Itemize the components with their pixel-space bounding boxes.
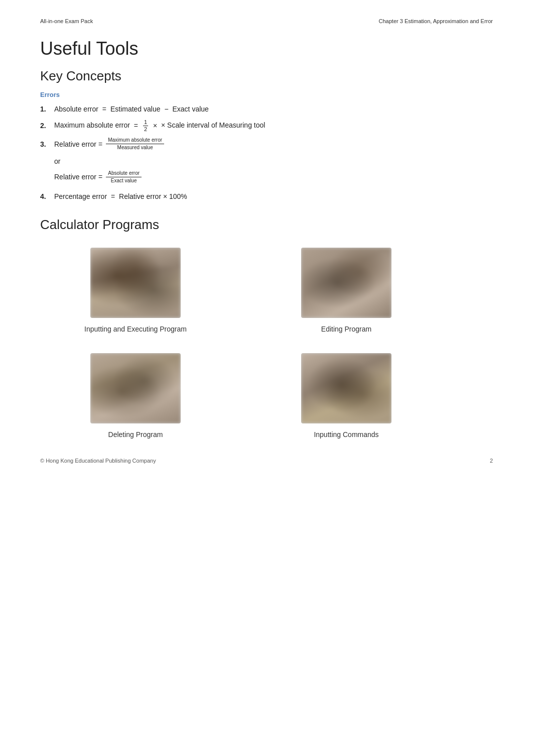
list-number-2: 2. <box>40 120 54 131</box>
abs-error-formula: Estimated value <box>110 105 161 113</box>
list-item-2: 2. Maximum absolute error = 1 2 × × Scal… <box>40 120 493 132</box>
list-content-1: Absolute error = Estimated value − Exact… <box>54 103 493 115</box>
relative-error-fraction-1: Maximum absolute error Measured value <box>106 137 164 151</box>
program-image-inner-4 <box>301 353 391 423</box>
fraction-denominator: 2 <box>143 126 148 132</box>
program-item-1: Inputting and Executing Program <box>40 248 231 333</box>
fraction-numerator: 1 <box>143 120 148 126</box>
program-image-inner-2 <box>301 248 391 318</box>
list-item-3: 3. Relative error = Maximum absolute err… <box>40 137 493 185</box>
max-abs-error-label: Maximum absolute error <box>54 122 130 130</box>
program-label-1: Inputting and Executing Program <box>84 325 187 333</box>
equals-3b: = <box>98 171 102 182</box>
list-number-3: 3. <box>40 139 54 150</box>
errors-list: 1. Absolute error = Estimated value − Ex… <box>40 103 493 202</box>
times-2: × <box>153 122 157 130</box>
minus-1: − <box>164 105 170 113</box>
program-item-3: Deleting Program <box>40 353 231 439</box>
list-item-1: 1. Absolute error = Estimated value − Ex… <box>40 103 493 115</box>
equals-1: = <box>102 105 106 113</box>
relative-error-line-2: Relative error = Absolute error Exact va… <box>54 170 143 184</box>
relative-error-label-2: Relative error <box>54 171 96 182</box>
list-content-4: Percentage error = Relative error × 100% <box>54 191 493 202</box>
relative-error-label: Relative error <box>54 139 96 150</box>
footer-left: © Hong Kong Educational Publishing Compa… <box>40 458 156 464</box>
list-number-4: 4. <box>40 191 54 202</box>
errors-label: Errors <box>40 91 493 98</box>
page-header: All-in-one Exam Pack Chapter 3 Estimatio… <box>40 18 493 24</box>
header-left: All-in-one Exam Pack <box>40 18 93 24</box>
list-number-1: 1. <box>40 103 54 115</box>
program-label-3: Deleting Program <box>108 430 163 439</box>
program-label-4: Inputting Commands <box>314 430 378 439</box>
program-image-1 <box>90 248 181 318</box>
program-item-4: Inputting Commands <box>251 353 442 439</box>
rel-frac1-num: Maximum absolute error <box>106 137 164 144</box>
program-image-inner-3 <box>90 353 181 423</box>
percentage-error-formula: Relative error × 100% <box>119 192 187 200</box>
program-label-2: Editing Program <box>321 325 371 333</box>
equals-2: = <box>134 122 138 130</box>
equals-3: = <box>98 139 102 150</box>
program-image-2 <box>301 248 391 318</box>
equals-4: = <box>111 192 115 200</box>
list-content-2: Maximum absolute error = 1 2 × × Scale i… <box>54 120 493 132</box>
abs-error-label: Absolute error <box>54 105 98 113</box>
program-image-inner-1 <box>90 248 181 318</box>
programs-grid: Inputting and Executing Program Editing … <box>40 248 442 439</box>
calc-programs-title: Calculator Programs <box>40 217 493 233</box>
list-item-4: 4. Percentage error = Relative error × 1… <box>40 191 493 202</box>
rel-frac2-den: Exact value <box>109 177 139 184</box>
program-item-2: Editing Program <box>251 248 442 333</box>
program-image-4 <box>301 353 391 423</box>
scale-interval-text: × Scale interval of Measuring tool <box>161 122 265 130</box>
program-image-3 <box>90 353 181 423</box>
half-fraction: 1 2 <box>143 120 148 132</box>
rel-frac1-den: Measured value <box>115 144 155 151</box>
header-right: Chapter 3 Estimation, Approximation and … <box>379 18 493 24</box>
percentage-error-label: Percentage error <box>54 192 107 200</box>
list-content-3: Relative error = Maximum absolute error … <box>54 137 166 151</box>
footer-page-number: 2 <box>490 458 493 464</box>
or-text: or <box>54 156 60 167</box>
relative-error-fraction-2: Absolute error Exact value <box>106 170 142 184</box>
page-title: Useful Tools <box>40 38 493 59</box>
page-footer: © Hong Kong Educational Publishing Compa… <box>40 458 493 464</box>
rel-frac2-num: Absolute error <box>106 170 142 177</box>
abs-error-exact: Exact value <box>172 105 208 113</box>
key-concepts-title: Key Concepts <box>40 68 493 84</box>
